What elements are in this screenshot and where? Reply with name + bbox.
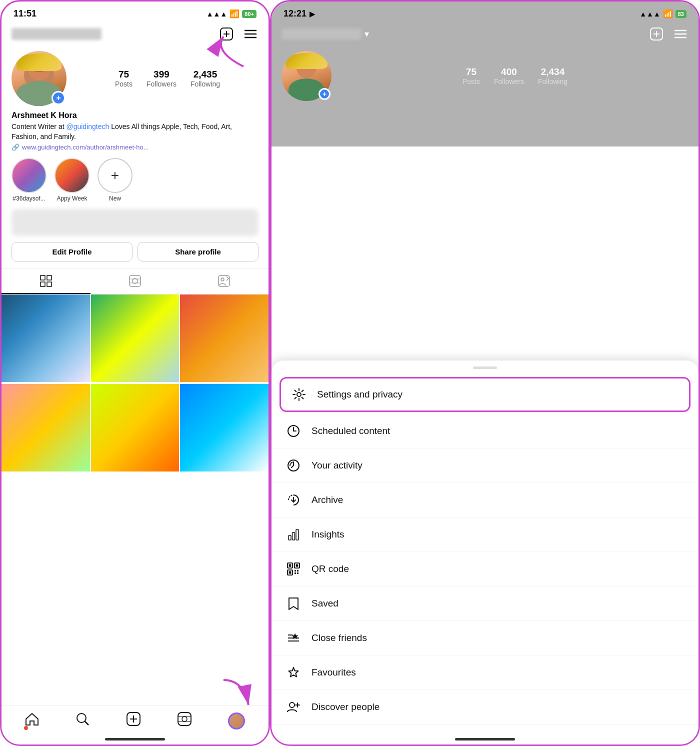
top-nav-left [2,22,268,46]
bio-link[interactable]: 🔗 www.guidingtech.com/author/arshmeet-ho… [12,144,258,151]
add-post-button-right[interactable] [648,26,664,42]
svg-rect-7 [40,276,45,280]
grid-cell-1[interactable] [2,294,90,383]
avatar-wrap-right: + [282,51,332,101]
svg-rect-15 [218,276,230,286]
posts-stat-right[interactable]: 75 Posts [462,66,480,86]
saved-icon [286,596,302,612]
add-story-badge[interactable]: + [52,91,66,105]
tab-tagged[interactable] [180,269,268,294]
link-icon: 🔗 [12,144,20,151]
nav-home-button[interactable] [25,712,39,729]
following-stat-right[interactable]: 2,434 Following [538,66,568,86]
add-story-badge-right[interactable]: + [318,88,330,100]
posts-count: 75 [115,69,132,80]
chevron-down-icon[interactable]: ▾ [364,28,369,40]
menu-item-saved[interactable]: Saved [272,586,698,621]
grid-cell-6[interactable] [180,384,268,472]
svg-point-17 [77,714,86,722]
highlight-item-1[interactable]: #36daysof... [12,158,46,202]
wifi-icon-right: 📶 [663,9,673,18]
status-icons-left: ▲▲▲ 📶 80+ [206,9,256,18]
bio-text: Content Writer at @guidingtech Loves All… [12,122,258,142]
scheduled-icon [286,423,302,439]
svg-point-33 [297,392,301,396]
signal-icon-right: ▲▲▲ [640,10,660,18]
time-left: 11:51 [14,8,36,19]
action-buttons-row: Edit Profile Share profile [2,242,268,268]
svg-rect-41 [296,530,298,540]
profile-section-right: + 75 Posts 400 Followers 2,434 Following [272,46,698,101]
menu-item-scheduled[interactable]: Scheduled content [272,414,698,448]
following-stat[interactable]: 2,435 Following [190,69,220,88]
edit-profile-button[interactable]: Edit Profile [12,242,132,262]
bottom-sheet-menu: Settings and privacy Scheduled content [272,360,698,744]
insights-icon [286,526,302,542]
menu-item-insights[interactable]: Insights [272,518,698,552]
highlight-label-2: Appy Week [56,195,87,202]
svg-rect-51 [297,572,298,574]
svg-rect-48 [294,570,296,572]
menu-item-favourites[interactable]: Favourites [272,656,698,690]
followers-count-right: 400 [494,66,524,78]
tab-reels[interactable] [90,269,180,294]
menu-item-close-friends[interactable]: Close friends [272,621,698,656]
svg-rect-10 [47,282,52,286]
username-right: ▾ [282,28,369,40]
followers-stat-right[interactable]: 400 Followers [494,66,524,86]
grid-cell-5[interactable] [91,384,180,472]
grid-cell-2[interactable] [91,294,180,383]
following-count-right: 2,434 [538,66,568,78]
tab-grid[interactable] [2,269,90,294]
following-count: 2,435 [190,69,220,80]
hamburger-menu-button-right[interactable] [672,26,688,42]
close-friends-icon [286,630,302,646]
nav-search-button[interactable] [76,712,90,730]
time-right: 12:21 [284,8,306,19]
right-phone: 12:21 ▶ ▲▲▲ 📶 83 ▾ [270,0,700,746]
menu-item-settings[interactable]: Settings and privacy [280,377,690,412]
grid-cell-4[interactable] [2,384,90,472]
close-friends-label: Close friends [312,632,367,644]
profile-section-left: + 75 Posts 399 Followers 2,435 Following [2,46,268,106]
following-label-right: Following [538,78,568,86]
highlight-label-new: New [109,195,121,202]
nav-create-button[interactable] [126,712,140,730]
highlight-label-1: #36daysof... [12,195,45,202]
posts-stat[interactable]: 75 Posts [115,69,132,88]
notification-dot [24,726,28,730]
followers-label: Followers [146,80,176,88]
hamburger-menu-button[interactable] [242,26,258,42]
photo-grid [2,294,268,472]
menu-item-qr[interactable]: QR code [272,552,698,586]
favourites-icon [286,664,302,680]
stats-row-left: 75 Posts 399 Followers 2,435 Following [76,69,258,88]
bio-link-text: www.guidingtech.com/author/arshmeet-ho..… [22,144,149,151]
qr-icon [286,561,302,577]
menu-item-discover[interactable]: Discover people [272,690,698,724]
bio-text-part1: Content Writer at [12,122,66,130]
share-profile-button[interactable]: Share profile [138,242,258,262]
highlight-item-2[interactable]: Appy Week [54,158,90,202]
favourites-label: Favourites [312,667,356,678]
discover-label: Discover people [312,702,380,712]
highlight-item-new[interactable]: + New [98,158,132,202]
highlight-circle-1 [12,158,46,193]
bio-name: Arshmeet K Hora [12,111,258,120]
nav-profile-button[interactable] [228,712,245,730]
menu-item-activity[interactable]: Your activity [272,448,698,483]
activity-label: Your activity [312,460,362,471]
menu-item-archive[interactable]: Archive [272,483,698,518]
signal-icon: ▲▲▲ [206,10,228,18]
add-post-button[interactable] [218,26,234,42]
battery-badge-right: 83 [676,10,686,18]
home-indicator-left [105,738,165,740]
bio-section: Arshmeet K Hora Content Writer at @guidi… [2,106,268,151]
grid-cell-3[interactable] [180,294,268,383]
status-icons-right: ▲▲▲ 📶 83 [640,9,686,18]
bio-mention[interactable]: @guidingtech [66,122,109,130]
posts-count-right: 75 [462,66,480,78]
followers-stat[interactable]: 399 Followers [146,69,176,88]
nav-reels-button[interactable] [178,712,192,730]
highlights-row: #36daysof... Appy Week + New [2,151,268,209]
